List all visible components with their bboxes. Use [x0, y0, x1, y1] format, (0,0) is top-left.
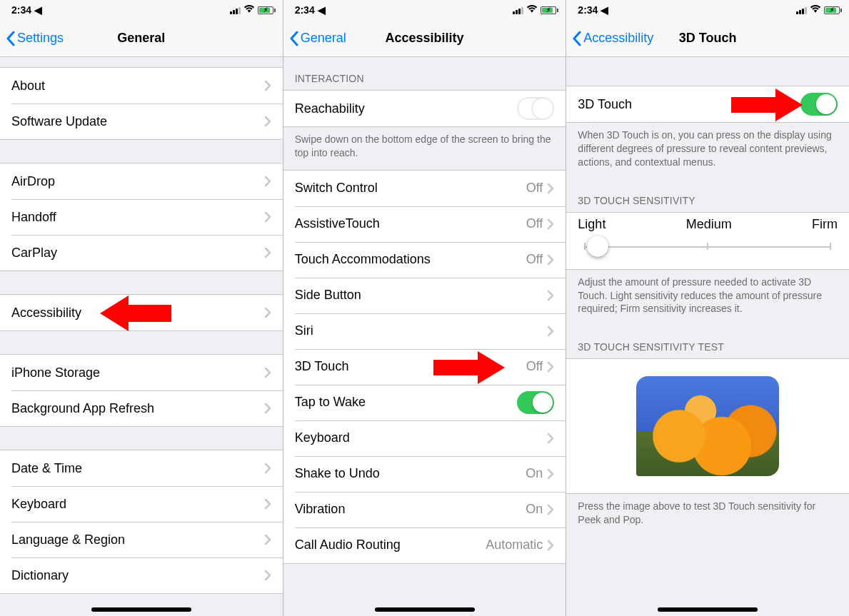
back-button[interactable]: Accessibility: [572, 31, 653, 46]
reachability-toggle[interactable]: [517, 97, 554, 120]
section-header-sensitivity: 3D TOUCH SENSITIVITY: [566, 179, 849, 212]
sensitivity-description: Adjust the amount of pressure needed to …: [566, 270, 849, 326]
row-language-region[interactable]: Language & Region: [0, 522, 283, 557]
pane-general: 2:34◀︎ ⚡︎ Settings General About Softwar…: [0, 0, 283, 616]
chevron-right-icon: [547, 504, 554, 515]
chevron-right-icon: [547, 325, 554, 337]
row-carplay[interactable]: CarPlay: [0, 235, 283, 271]
chevron-right-icon: [547, 361, 554, 373]
chevron-right-icon: [264, 498, 271, 510]
row-assistivetouch[interactable]: AssistiveTouchOff: [283, 206, 566, 242]
row-accessibility[interactable]: Accessibility: [0, 295, 283, 330]
battery-icon: ⚡︎: [258, 6, 276, 14]
wifi-icon: [243, 4, 255, 16]
status-time: 2:34◀︎: [11, 4, 42, 16]
section-header-test: 3D TOUCH SENSITIVITY TEST: [566, 325, 849, 358]
slider-label-medium: Medium: [686, 217, 732, 232]
row-3d-touch-toggle[interactable]: 3D Touch: [566, 86, 849, 122]
sensitivity-slider[interactable]: [578, 236, 838, 256]
row-dictionary[interactable]: Dictionary: [0, 557, 283, 593]
row-keyboard[interactable]: Keyboard: [0, 486, 283, 522]
nav-bar: General Accessibility: [283, 20, 566, 57]
cellular-icon: [796, 6, 807, 14]
row-touch-accommodations[interactable]: Touch AccommodationsOff: [283, 242, 566, 278]
row-switch-control[interactable]: Switch ControlOff: [283, 171, 566, 206]
row-3d-touch[interactable]: 3D TouchOff: [283, 349, 566, 385]
slider-label-firm: Firm: [812, 217, 838, 232]
row-airdrop[interactable]: AirDrop: [0, 163, 283, 199]
cellular-icon: [230, 6, 241, 14]
chevron-right-icon: [264, 570, 271, 581]
row-date-time[interactable]: Date & Time: [0, 450, 283, 486]
battery-icon: ⚡︎: [541, 6, 558, 14]
chevron-right-icon: [547, 254, 554, 266]
cellular-icon: [513, 6, 523, 14]
tap-to-wake-toggle[interactable]: [517, 391, 554, 414]
location-icon: ◀︎: [34, 4, 42, 16]
wifi-icon: [526, 4, 538, 16]
row-background-app-refresh[interactable]: Background App Refresh: [0, 390, 283, 426]
status-bar: 2:34◀︎ ⚡︎: [0, 0, 283, 20]
chevron-right-icon: [547, 540, 554, 551]
row-call-audio-routing[interactable]: Call Audio RoutingAutomatic: [283, 527, 566, 563]
chevron-right-icon: [264, 211, 271, 223]
chevron-right-icon: [264, 534, 271, 545]
back-button[interactable]: General: [289, 31, 346, 46]
row-siri[interactable]: Siri: [283, 313, 566, 349]
slider-label-light: Light: [578, 217, 606, 232]
3d-touch-toggle[interactable]: [800, 93, 838, 116]
chevron-right-icon: [547, 183, 554, 194]
chevron-right-icon: [547, 290, 554, 301]
row-vibration[interactable]: VibrationOn: [283, 492, 566, 527]
sensitivity-slider-row: Light Medium Firm: [566, 212, 849, 270]
chevron-right-icon: [264, 247, 271, 258]
row-software-update[interactable]: Software Update: [0, 103, 283, 139]
pane-accessibility: 2:34◀︎ ⚡︎ General Accessibility INTERACT…: [283, 0, 567, 616]
sensitivity-test-area: [566, 358, 849, 494]
chevron-right-icon: [264, 116, 271, 127]
chevron-right-icon: [264, 80, 271, 91]
status-bar: 2:34◀︎ ⚡︎: [566, 0, 849, 20]
nav-bar: Settings General: [0, 20, 283, 57]
back-button[interactable]: Settings: [6, 31, 64, 46]
chevron-right-icon: [264, 367, 271, 378]
chevron-right-icon: [547, 468, 554, 480]
home-indicator: [375, 607, 475, 612]
test-description: Press the image above to test 3D Touch s…: [566, 494, 849, 537]
chevron-right-icon: [264, 403, 271, 414]
chevron-right-icon: [547, 218, 554, 230]
row-reachability[interactable]: Reachability: [283, 91, 566, 126]
chevron-right-icon: [264, 176, 271, 187]
row-handoff[interactable]: Handoff: [0, 199, 283, 235]
row-iphone-storage[interactable]: iPhone Storage: [0, 355, 283, 390]
location-icon: ◀︎: [601, 4, 608, 16]
nav-bar: Accessibility 3D Touch: [566, 20, 849, 57]
home-indicator: [91, 607, 191, 612]
location-icon: ◀︎: [318, 4, 326, 16]
row-keyboard-acc[interactable]: Keyboard: [283, 420, 566, 456]
row-tap-to-wake[interactable]: Tap to Wake: [283, 385, 566, 420]
status-bar: 2:34◀︎ ⚡︎: [283, 0, 566, 20]
test-image[interactable]: [636, 376, 779, 476]
row-side-button[interactable]: Side Button: [283, 278, 566, 313]
chevron-right-icon: [547, 433, 554, 444]
chevron-right-icon: [264, 463, 271, 474]
home-indicator: [658, 607, 758, 612]
row-shake-to-undo[interactable]: Shake to UndoOn: [283, 456, 566, 492]
reachability-footer: Swipe down on the bottom edge of the scr…: [283, 127, 566, 170]
wifi-icon: [810, 4, 821, 16]
chevron-right-icon: [264, 307, 271, 318]
section-header-interaction: INTERACTION: [283, 57, 566, 90]
battery-icon: ⚡︎: [824, 6, 842, 14]
pane-3d-touch: 2:34◀︎ ⚡︎ Accessibility 3D Touch 3D Touc…: [566, 0, 849, 616]
3d-touch-description: When 3D Touch is on, you can press on th…: [566, 123, 849, 179]
row-about[interactable]: About: [0, 68, 283, 103]
